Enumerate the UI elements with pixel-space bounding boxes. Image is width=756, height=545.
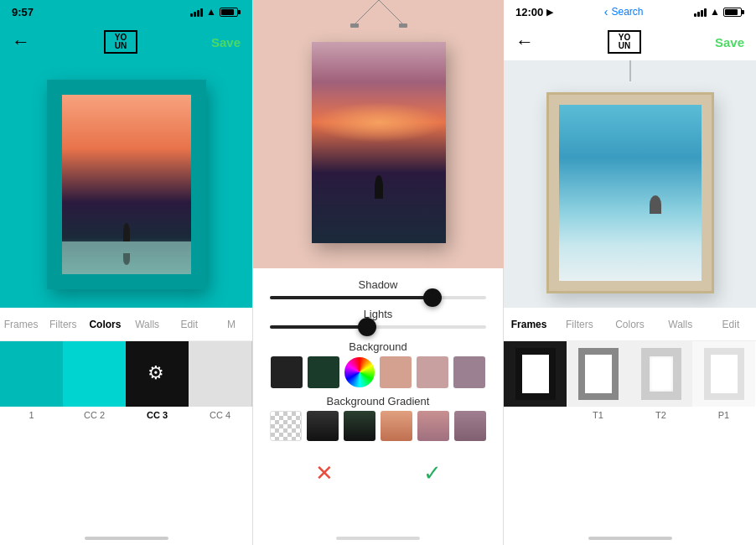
search-back-icon: ‹ [604, 5, 608, 18]
lights-slider[interactable] [270, 325, 486, 329]
middle-panel: Shadow Lights Background [252, 0, 504, 545]
right-panel: 12:00 ▶ ‹ Search ▲ ← YOUN Save [504, 0, 756, 545]
tab-walls-left[interactable]: Walls [127, 312, 168, 337]
cancel-button[interactable]: ✕ [306, 454, 343, 491]
shadow-slider[interactable] [270, 296, 486, 299]
time-arrow-right: ▶ [546, 7, 553, 18]
signal-icon-right [694, 7, 707, 17]
frame-image-left [62, 95, 191, 274]
home-indicator-right [588, 537, 672, 540]
frame-right [546, 92, 714, 293]
controls-panel: Shadow Lights Background [253, 268, 503, 545]
status-bar-left: 9:57 ▲ [0, 0, 252, 23]
home-indicator-left [85, 537, 168, 540]
bg-swatch-2[interactable] [308, 356, 339, 388]
back-button-right[interactable]: ← [515, 31, 534, 53]
wifi-icon-right: ▲ [710, 6, 720, 18]
home-indicator-mid [336, 537, 420, 540]
time-left: 9:57 [12, 6, 34, 18]
main-image-middle [253, 0, 505, 268]
confirm-button[interactable]: ✓ [414, 454, 451, 491]
gradient-label: Background Gradient [270, 395, 486, 407]
tab-edit-left[interactable]: Edit [168, 312, 210, 337]
tab-bar-right: Frames Filters Colors Walls Edit [504, 308, 756, 341]
search-link-area: ‹ Search [604, 5, 644, 18]
grad-swatch-1[interactable] [307, 411, 339, 441]
grad-swatch-4[interactable] [417, 411, 449, 441]
tab-more-left[interactable]: M [210, 312, 252, 337]
signal-icon [190, 7, 203, 17]
bg-swatch-6[interactable] [453, 356, 485, 388]
swatch-right-2[interactable]: T1 [567, 341, 629, 433]
gradient-control: Background Gradient [270, 395, 486, 441]
status-left-right: 12:00 ▶ [515, 6, 553, 18]
tab-filters-left[interactable]: Filters [42, 312, 84, 337]
bg-swatch-5[interactable] [417, 356, 448, 388]
svg-rect-3 [399, 23, 407, 28]
tab-frames-right[interactable]: Frames [504, 312, 554, 337]
back-button-left[interactable]: ← [12, 31, 30, 53]
action-buttons: ✕ ✓ [270, 448, 486, 495]
poster-middle [312, 42, 446, 243]
tab-colors-right[interactable]: Colors [604, 312, 655, 337]
swatch-left-2[interactable]: CC 2 [63, 341, 126, 433]
battery-icon-right [723, 8, 744, 17]
background-control: Background [270, 337, 486, 388]
main-image-left [0, 60, 252, 308]
frame-image-right [559, 105, 702, 281]
wifi-icon: ▲ [206, 6, 216, 18]
svg-line-1 [379, 0, 404, 25]
grad-swatch-3[interactable] [381, 411, 412, 441]
shadow-label: Shadow [270, 278, 486, 291]
background-label: Background [270, 340, 486, 353]
grad-swatch-2[interactable] [344, 411, 375, 441]
save-button-right[interactable]: Save [715, 35, 744, 49]
swatch-right-1[interactable] [504, 341, 567, 433]
swatch-right-4[interactable]: P1 [692, 341, 755, 433]
svg-rect-2 [350, 23, 359, 28]
nav-bar-right: ← YOUN Save [504, 23, 756, 60]
tab-edit-right[interactable]: Edit [706, 312, 756, 337]
lights-control: Lights [270, 308, 486, 330]
save-button-left[interactable]: Save [211, 35, 241, 49]
bg-swatches [270, 356, 486, 388]
shadow-control: Shadow [270, 278, 486, 301]
search-link-label[interactable]: Search [612, 6, 644, 18]
time-right: 12:00 [515, 6, 543, 18]
logo-left: YOUN [104, 30, 137, 54]
gradient-swatches [270, 411, 486, 441]
main-image-right [504, 60, 756, 308]
frame-left [47, 80, 206, 289]
bg-swatch-1[interactable] [271, 356, 303, 388]
status-bar-right: 12:00 ▶ ‹ Search ▲ [504, 0, 756, 23]
nav-bar-left: ← YOUN Save [0, 23, 252, 60]
hanging-string-right [629, 60, 630, 81]
hanging-rope [253, 0, 505, 29]
jumper-figure [650, 195, 661, 214]
battery-icon [220, 8, 241, 17]
tab-walls-right[interactable]: Walls [655, 312, 706, 337]
grad-swatch-5[interactable] [454, 411, 486, 441]
left-panel: 9:57 ▲ ← YOUN Save [0, 0, 252, 545]
status-icons-left: ▲ [190, 6, 241, 18]
svg-line-0 [354, 0, 379, 25]
logo-right: YOUN [608, 30, 641, 54]
swatch-left-4[interactable]: CC 4 [189, 341, 251, 433]
swatch-right-3[interactable]: T2 [629, 341, 692, 433]
tab-bar-left: Frames Filters Colors Walls Edit M [0, 308, 252, 341]
status-icons-right: ▲ [694, 6, 744, 18]
grad-swatch-checker[interactable] [270, 411, 302, 441]
swatch-left-3[interactable]: ⚙ CC 3 [126, 341, 189, 433]
lights-label: Lights [270, 308, 486, 320]
swatch-left-1[interactable]: 1 [0, 341, 63, 433]
tab-colors-left[interactable]: Colors [84, 312, 126, 337]
tab-filters-right[interactable]: Filters [554, 312, 604, 337]
swatches-row-right: T1 T2 P1 P [504, 341, 756, 433]
tab-frames-left[interactable]: Frames [0, 312, 42, 337]
bg-swatch-4[interactable] [380, 356, 412, 388]
bg-swatch-rainbow[interactable] [344, 357, 375, 387]
swatches-row-left: 1 CC 2 ⚙ CC 3 CC 4 C [0, 341, 252, 433]
